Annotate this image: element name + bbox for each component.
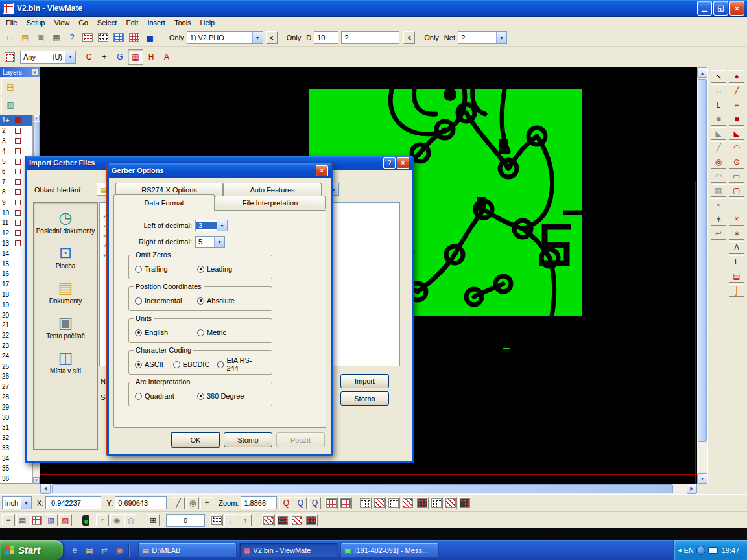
grid-red-icon[interactable] — [325, 497, 338, 509]
lamp-on-icon[interactable]: ◉ — [110, 514, 123, 526]
layer-row-1+[interactable]: 1+ — [0, 115, 32, 126]
task-viewmate[interactable]: ▦V2.bin - ViewMate — [239, 542, 338, 558]
radio-absolute[interactable]: Absolute — [197, 297, 235, 305]
flash-tool-icon[interactable]: ∗ — [729, 227, 744, 240]
import-cancel-button[interactable]: Storno — [340, 391, 389, 406]
prev-file-button[interactable]: < — [266, 31, 278, 44]
grid-fine-icon[interactable] — [339, 497, 352, 509]
tray-chevron-icon[interactable]: ◀ — [678, 548, 681, 553]
menu-item-view[interactable]: View — [49, 18, 74, 28]
layers-scroll-up-icon[interactable]: ▲ — [33, 115, 40, 121]
net-marks-icon[interactable] — [458, 497, 471, 509]
dcode-table-icon[interactable] — [80, 30, 95, 45]
dcode-marks-icon[interactable] — [444, 497, 457, 509]
line-tool-icon[interactable]: ╱ — [729, 84, 744, 97]
net-combo-arrow-icon[interactable]: ▾ — [496, 32, 506, 43]
menu-item-select[interactable]: Select — [93, 18, 122, 28]
dot-grid-icon[interactable] — [210, 514, 223, 526]
dcode-filter-icon[interactable] — [2, 49, 18, 65]
tab-file-interpretation[interactable]: File Interpretation — [215, 196, 326, 209]
radio-metric[interactable]: Metric — [197, 329, 226, 336]
radio-eia-rs-244[interactable]: EIA RS-244 — [217, 356, 261, 372]
aperture-report-icon[interactable] — [95, 30, 111, 45]
layers-panel-header[interactable]: Layers × — [0, 67, 40, 77]
start-button[interactable]: Start — [0, 540, 63, 560]
vertical-scroll-thumb[interactable] — [698, 79, 707, 442]
save-icon[interactable]: ▣ — [33, 30, 49, 45]
hatch-red-icon[interactable]: ▨ — [59, 514, 72, 526]
goto-icon[interactable]: G — [112, 49, 128, 65]
hook-tool-icon[interactable]: ⌡ — [729, 284, 744, 297]
layer-color-swatch[interactable] — [15, 179, 21, 185]
menu-item-setup[interactable]: Setup — [22, 18, 50, 28]
target-tool-icon[interactable]: ◎ — [711, 156, 726, 169]
circle-tool-icon[interactable]: ⊙ — [729, 156, 744, 169]
text-tool-icon[interactable]: A — [729, 241, 744, 254]
anchor-point-icon[interactable]: + — [200, 497, 213, 509]
annotate-icon[interactable]: A — [159, 49, 174, 65]
hatch-tool-icon[interactable]: ▨ — [711, 184, 726, 197]
layers-close-icon[interactable]: × — [31, 69, 38, 76]
only-dcode-label[interactable]: Only — [287, 34, 302, 41]
measure-icon[interactable]: L — [711, 99, 726, 111]
radio-360-degree[interactable]: 360 Degree — [197, 392, 244, 400]
cancel-button[interactable]: Storno — [224, 432, 272, 447]
layer-color-swatch[interactable] — [15, 189, 21, 195]
horizontal-scroll-thumb[interactable] — [52, 484, 673, 493]
gerber-dialog-close-button[interactable]: × — [316, 165, 328, 176]
aperture-type-combo[interactable]: Any (U) ▾ — [20, 51, 76, 64]
move-down-icon[interactable]: ↓ — [224, 514, 237, 526]
h-tool-icon[interactable]: H — [143, 49, 159, 65]
flash-points-icon[interactable] — [359, 497, 372, 509]
diagonal-measure-icon[interactable]: ╱ — [172, 497, 185, 509]
layer-color-swatch[interactable] — [15, 148, 21, 154]
folder-search-icon[interactable]: ▤ — [83, 544, 96, 557]
apply-button[interactable]: Použít — [276, 432, 325, 447]
filled-square-tool-icon[interactable]: ■ — [711, 113, 726, 126]
rect-tool-icon[interactable]: ▭ — [729, 170, 744, 183]
layer-view-all-button[interactable]: ▤ — [1, 78, 19, 95]
aperture-combo-arrow-icon[interactable]: ▾ — [65, 51, 75, 63]
radio-leading[interactable]: Leading — [197, 265, 232, 273]
counter-field[interactable]: 0 — [166, 514, 205, 527]
clear-selection-icon[interactable]: C — [81, 49, 97, 65]
radio-ascii[interactable]: ASCII — [135, 360, 167, 368]
grid-table-icon[interactable]: ⊞ — [147, 514, 160, 526]
origin-target-icon[interactable]: ◎ — [186, 497, 199, 509]
board-outline-icon[interactable] — [430, 497, 443, 509]
radio-english[interactable]: English — [135, 329, 191, 336]
print-icon[interactable]: ▦ — [49, 30, 64, 45]
only-file-label[interactable]: Only — [169, 34, 184, 41]
lamp-off-icon[interactable]: ○ — [96, 514, 109, 526]
thin-line-tool-icon[interactable]: ─ — [729, 198, 744, 211]
keyboard-tray-icon[interactable] — [708, 547, 718, 554]
task-messages[interactable]: ▣[191-482-091] - Mess... — [340, 542, 439, 558]
ime-ball-icon[interactable] — [696, 546, 706, 555]
sync-arrows-icon[interactable]: ⇄ — [98, 544, 111, 557]
l-shape-tool-icon[interactable]: L — [729, 255, 744, 268]
zoom-out-icon[interactable]: Q — [294, 497, 307, 509]
undo-hook-icon[interactable]: ↩ — [711, 227, 726, 240]
highlight-grid-icon[interactable] — [126, 30, 142, 45]
tab-auto-features[interactable]: Auto Features — [223, 183, 322, 196]
arc-view-icon[interactable]: ◠ — [711, 170, 726, 183]
filled-rect-tool-icon[interactable]: ■ — [729, 113, 744, 126]
select-nets-icon[interactable] — [305, 514, 318, 526]
tab-data-format[interactable]: Data Format — [113, 194, 215, 211]
pad-shapes-icon[interactable] — [373, 497, 386, 509]
unit-combo[interactable]: inch ▾ — [2, 496, 32, 509]
net-combo[interactable]: ? ▾ — [458, 31, 507, 44]
layers-scroll-down-icon[interactable]: ▼ — [33, 477, 40, 484]
dialog-help-button[interactable]: ? — [383, 158, 396, 169]
layer-color-swatch[interactable] — [15, 128, 21, 134]
canvas-vertical-scrollbar[interactable]: ▲ ▼ — [697, 67, 707, 484]
unit-combo-arrow-icon[interactable]: ▾ — [21, 497, 31, 509]
trace-segments-icon[interactable] — [387, 497, 400, 509]
open-file-icon[interactable]: ▤ — [18, 30, 33, 45]
layer-color-swatch[interactable] — [15, 169, 21, 174]
select-cursor-icon[interactable]: ↖ — [711, 70, 726, 83]
layer-view-active-button[interactable]: ▥ — [1, 97, 19, 113]
context-help-icon[interactable]: ? — [64, 30, 80, 45]
layer-row-35[interactable]: 35 — [0, 463, 32, 474]
cut-tool-icon[interactable]: × — [729, 213, 744, 226]
